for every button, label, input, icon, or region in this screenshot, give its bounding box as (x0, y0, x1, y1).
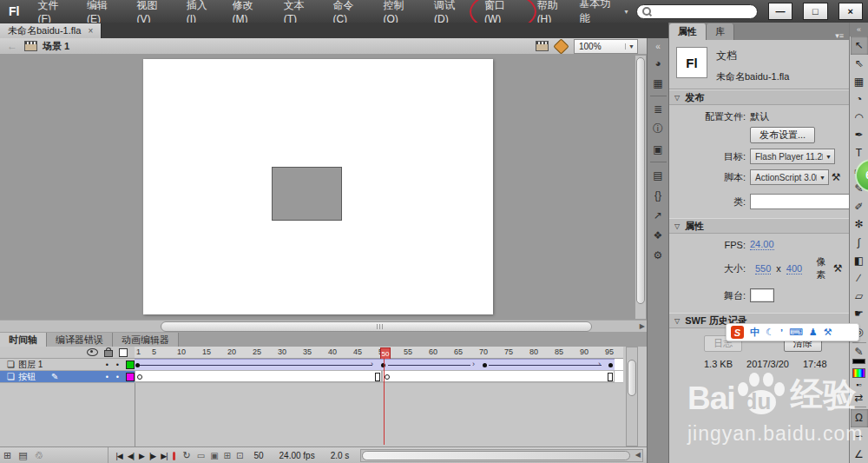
black-white-colors-icon[interactable]: ▪▫ (851, 378, 868, 392)
playhead[interactable]: 50 (380, 347, 391, 360)
stage-canvas[interactable] (143, 59, 493, 314)
timeline-vertical-scrollbar[interactable] (626, 347, 638, 446)
project-panel-icon[interactable]: ▤ (650, 167, 667, 183)
timeline-ruler[interactable]: 1 5 10 15 20 25 30 35 40 45 50 55 60 65 … (135, 347, 623, 359)
component-inspector-panel-icon[interactable]: ⚙ (650, 247, 667, 263)
scrollbar-thumb[interactable] (161, 321, 592, 332)
keyframe-frame-70[interactable] (483, 363, 487, 367)
empty-keyframe-frame-50[interactable] (385, 374, 390, 380)
frame-span-buttons-2[interactable] (382, 371, 615, 382)
collapse-tools-icon[interactable]: « (850, 23, 868, 36)
layer-toggles[interactable]: •• (106, 373, 122, 381)
zoom-dropdown-icon[interactable]: ▼ (625, 43, 637, 50)
fps-value[interactable]: 24.00 (750, 239, 774, 250)
align-panel-icon[interactable]: ≣ (650, 101, 667, 117)
stage-width-value[interactable]: 550 (755, 263, 771, 274)
stage-color-swatch[interactable] (750, 288, 774, 302)
collapse-triangle-icon[interactable]: ▽ (674, 222, 680, 230)
outline-layers-icon[interactable] (119, 348, 128, 357)
window-close-button[interactable]: × (838, 3, 863, 20)
color-panel-icon[interactable]: ◕ (650, 55, 667, 71)
hand-tool-icon[interactable]: ☛ (851, 305, 868, 323)
code-snippets-panel-icon[interactable]: {} (650, 187, 667, 203)
document-tab[interactable]: 未命名baidu-1.fla × (0, 23, 102, 38)
collapse-triangle-icon[interactable]: ▽ (674, 94, 680, 102)
bone-tool-icon[interactable]: ∫ (851, 234, 868, 252)
snap-to-objects-magnet-icon[interactable]: Ω (851, 409, 868, 427)
scroll-right-arrow-icon[interactable]: ▶ (640, 322, 645, 330)
section-header-properties[interactable]: ▽ 属性 (669, 218, 849, 234)
tab-library[interactable]: 库 (707, 23, 734, 40)
timeline-frames-area[interactable]: 1 5 10 15 20 25 30 35 40 45 50 55 60 65 … (135, 347, 647, 446)
expand-panels-icon[interactable]: « (655, 42, 661, 51)
edit-multiple-frames-icon[interactable]: ⊡ (233, 451, 246, 460)
layer-outline-color-swatch[interactable] (126, 373, 135, 381)
zoom-level-combo[interactable]: 100% ▼ (574, 39, 638, 54)
target-combo[interactable]: Flash Player 11.2 ▼ (750, 149, 835, 164)
ime-punctuation-icon[interactable]: ’ (780, 327, 783, 338)
pasteboard[interactable] (0, 54, 647, 320)
size-settings-wrench-icon[interactable]: ⚒ (831, 262, 845, 274)
selection-tool-icon[interactable]: ↖ (851, 36, 868, 55)
edit-symbols-icon[interactable] (553, 38, 569, 54)
swatches-panel-icon[interactable]: ▦ (650, 75, 667, 91)
search-input[interactable] (654, 5, 751, 17)
go-to-end-frame-button[interactable]: ▶| (158, 452, 169, 460)
script-combo[interactable]: ActionScript 3.0 ▼ (750, 169, 829, 185)
layer-name[interactable]: 图层 1 (18, 359, 43, 371)
collapse-triangle-icon[interactable]: ▽ (674, 317, 680, 325)
ime-chinese-mode-icon[interactable]: 中 (750, 326, 760, 339)
show-hide-layers-icon[interactable] (87, 348, 98, 356)
free-transform-tool-icon[interactable]: ▦ (851, 72, 868, 90)
back-arrow-icon[interactable]: ← (0, 40, 24, 52)
keyframe-frame-1[interactable] (135, 363, 140, 367)
tab-close-icon[interactable]: × (88, 26, 93, 36)
ime-keyboard-icon[interactable]: ⌨ (789, 327, 803, 338)
fill-color-swatch[interactable] (852, 368, 865, 378)
onion-outlines-icon[interactable]: ⊞ (221, 451, 233, 460)
window-maximize-button[interactable]: □ (803, 3, 827, 20)
eraser-tool-icon[interactable]: ▱ (851, 288, 868, 306)
info-panel-icon[interactable]: ⓘ (650, 121, 667, 137)
keyframe-frame-95[interactable] (608, 363, 613, 367)
step-forward-button[interactable]: |▶ (147, 452, 158, 460)
scrollbar-thumb[interactable] (362, 451, 630, 460)
layer-toggles[interactable]: •• (106, 360, 122, 369)
transform-panel-icon[interactable]: ▣ (650, 141, 667, 157)
layer-row-2-selected[interactable]: ❏ 按钮 ✎ •• (0, 371, 135, 383)
tab-properties[interactable]: 属性 (669, 23, 707, 40)
layer-outline-color-swatch[interactable] (126, 360, 135, 369)
onion-marker-icon[interactable] (173, 452, 175, 460)
frame-span-buttons-1[interactable] (135, 371, 382, 382)
eyedropper-tool-icon[interactable]: ∕ (851, 269, 868, 288)
motion-presets-panel-icon[interactable]: ↗ (650, 207, 667, 223)
center-frame-icon[interactable]: ▭ (194, 451, 207, 460)
brush-tool-icon[interactable]: ✐ (851, 197, 868, 215)
layer-row-1[interactable]: ❏ 图层 1 •• (0, 359, 135, 371)
3d-rotation-tool-icon[interactable]: ◔ (851, 90, 868, 109)
paint-bucket-tool-icon[interactable]: ◧ (851, 251, 868, 269)
step-back-button[interactable]: ◀| (125, 452, 136, 460)
timeline-horizontal-scrollbar[interactable]: ◀ (360, 449, 643, 462)
onion-skin-icon[interactable]: ▣ (207, 451, 220, 460)
tab-motion-editor[interactable]: 动画编辑器 (113, 333, 179, 347)
stroke-color-swatch[interactable] (852, 359, 865, 364)
components-panel-icon[interactable]: ❖ (650, 227, 667, 243)
layer-name[interactable]: 按钮 (18, 371, 36, 383)
go-to-first-frame-button[interactable]: |◀ (114, 452, 125, 460)
straighten-icon[interactable]: ∠ (851, 445, 868, 463)
stage-height-value[interactable]: 400 (786, 263, 802, 274)
window-minimize-button[interactable]: — (768, 3, 792, 20)
new-folder-icon[interactable]: ▤ (15, 450, 30, 461)
frame-rate[interactable]: 24.00 fps (272, 451, 323, 460)
script-settings-wrench-icon[interactable]: ⚒ (829, 171, 843, 183)
subselection-tool-icon[interactable]: ⇖ (851, 55, 868, 73)
edit-scene-icon[interactable] (536, 41, 549, 51)
publish-settings-button[interactable]: 发布设置... (750, 127, 815, 143)
deco-tool-icon[interactable]: ✻ (851, 215, 868, 234)
section-header-publish[interactable]: ▽ 发布 (669, 89, 849, 105)
delete-layer-icon[interactable]: ♲ (31, 450, 47, 461)
motion-tween-span[interactable]: › › › (135, 359, 615, 370)
scrollbar-thumb[interactable] (628, 360, 636, 396)
panel-menu-icon[interactable]: ▾≡ (835, 31, 849, 40)
